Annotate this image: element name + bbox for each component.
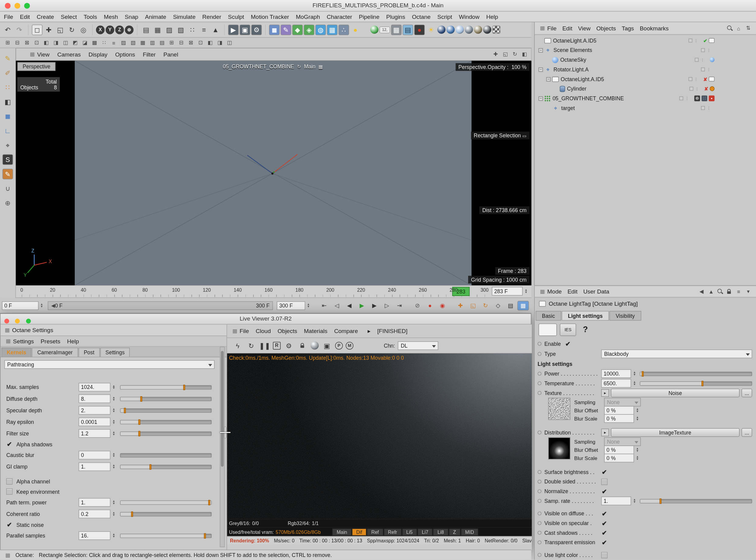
- alpha-shadows-checkbox[interactable]: [6, 441, 13, 447]
- visibility-dots-icon[interactable]: ⋮: [707, 106, 711, 110]
- octane-menu-settings[interactable]: Settings: [13, 338, 34, 344]
- skytag-tag-icon[interactable]: [710, 57, 715, 62]
- pass-tab-li5[interactable]: Li5: [402, 528, 417, 535]
- coherent-ratio-slider[interactable]: [120, 512, 212, 516]
- octane-daylight-icon[interactable]: ☀: [426, 24, 436, 35]
- menu-window[interactable]: Window: [459, 13, 479, 20]
- octane-material-diffuse-icon[interactable]: [437, 25, 445, 34]
- key-pla-icon[interactable]: ▤: [505, 301, 516, 310]
- axis-lock-x-icon[interactable]: ◧: [42, 39, 50, 46]
- gi-clamp-field[interactable]: 1.: [79, 462, 111, 471]
- attribute-tab-light-settings[interactable]: Light settings: [561, 311, 609, 321]
- menu-octane[interactable]: Octane: [412, 13, 431, 20]
- viewport-menu-filter[interactable]: Filter: [143, 51, 156, 57]
- model-mode-icon[interactable]: ▦: [152, 24, 163, 35]
- sculpt-tool-icon[interactable]: ✐: [2, 67, 13, 78]
- play-button[interactable]: ▶: [356, 301, 368, 310]
- menu-tools[interactable]: Tools: [83, 13, 97, 20]
- range-start-stepper[interactable]: ▲▼: [40, 303, 44, 308]
- material-ball-icon[interactable]: [311, 341, 319, 349]
- menu-edit[interactable]: Edit: [20, 13, 30, 20]
- grid-snap-icon[interactable]: ▩: [91, 39, 98, 46]
- pass-tab-li8[interactable]: Li8: [433, 528, 448, 535]
- prev-key-button[interactable]: ◁: [331, 301, 342, 310]
- octane-material-specular-icon[interactable]: [456, 25, 464, 34]
- search-icon[interactable]: [727, 25, 733, 32]
- value-stepper[interactable]: ▲▼: [112, 385, 116, 389]
- camtag-tag-icon[interactable]: ●: [709, 95, 714, 101]
- expander-icon[interactable]: −: [538, 48, 543, 52]
- live-viewer-titlebar[interactable]: Live Viewer 3.07-R2: [1, 314, 531, 324]
- frame-field[interactable]: 283 F ▲▼: [492, 287, 529, 296]
- pass-tab-main[interactable]: Main: [333, 528, 352, 535]
- region-render-icon[interactable]: R: [273, 342, 280, 349]
- next-frame-button[interactable]: ▶: [369, 301, 380, 310]
- workplane-mode-icon[interactable]: ▧: [176, 24, 186, 35]
- am-menu-mode[interactable]: Mode: [547, 288, 562, 295]
- timeline-window-icon[interactable]: ▦: [517, 301, 529, 310]
- view-cube-icon[interactable]: ◧: [2, 96, 13, 107]
- anim-dot-icon[interactable]: [538, 381, 541, 385]
- camera-pan-icon[interactable]: ✚: [492, 50, 499, 58]
- slider-handle[interactable]: [139, 419, 140, 424]
- pen-tool-icon[interactable]: ✎: [2, 53, 13, 64]
- menu-mesh[interactable]: Mesh: [104, 13, 118, 20]
- layer-icon[interactable]: ⊟: [13, 39, 21, 46]
- path-term-power-slider[interactable]: [120, 500, 212, 504]
- am-menu-user-data[interactable]: User Data: [583, 288, 609, 295]
- value-stepper[interactable]: ▲▼: [112, 453, 116, 458]
- edges-mode-icon[interactable]: ≡: [199, 24, 210, 35]
- menu-help[interactable]: Help: [486, 13, 498, 20]
- render-canvas[interactable]: Check:0ms./1ms. MeshGen:0ms. Update[L]:0…: [227, 353, 532, 519]
- tree-item-cylinder[interactable]: Cylinder⋮✘: [535, 84, 756, 94]
- area-light-button[interactable]: [538, 324, 557, 336]
- toggle-checkbox[interactable]: [601, 488, 608, 495]
- slider-handle[interactable]: [140, 396, 142, 401]
- workplane-icon[interactable]: ⊟: [177, 39, 185, 46]
- distribution-blur-offset-stepper[interactable]: ▲▼: [635, 447, 640, 452]
- viewport-render-area[interactable]: [75, 61, 472, 285]
- expander-icon[interactable]: −: [546, 77, 551, 81]
- frame-stepper[interactable]: ▲▼: [523, 289, 529, 294]
- pass-tab-refr[interactable]: Refr: [384, 528, 402, 535]
- texture-shader-button[interactable]: Noise: [611, 388, 740, 397]
- redo-icon[interactable]: ↷: [14, 24, 25, 35]
- tree-item-scene-elements[interactable]: −⌖Scene Elements⋮: [535, 45, 756, 55]
- lighttag-tag-icon[interactable]: [709, 38, 714, 43]
- static-noise-checkbox[interactable]: [6, 522, 13, 528]
- key-position-icon[interactable]: ✚: [455, 301, 466, 310]
- texture-sampling-dropdown[interactable]: None: [604, 397, 641, 406]
- axis-snap-icon[interactable]: ▦: [139, 39, 146, 46]
- paint-tool-icon[interactable]: ✎: [2, 168, 13, 179]
- om-menu-tags[interactable]: Tags: [622, 25, 634, 32]
- attribute-tab-basic[interactable]: Basic: [536, 311, 561, 321]
- octane-checker-icon[interactable]: [492, 25, 500, 34]
- type-dropdown[interactable]: Blackbody: [601, 349, 752, 358]
- x-axis-lock-icon[interactable]: X: [96, 25, 105, 34]
- texture-mode-icon[interactable]: ▨: [164, 24, 174, 35]
- max-samples-field[interactable]: 1024.: [79, 383, 111, 392]
- texture-more-button[interactable]: ...: [741, 388, 752, 397]
- menu-motion-tracker[interactable]: Motion Tracker: [251, 13, 289, 20]
- menu-simulate[interactable]: Simulate: [173, 13, 195, 20]
- tree-item-octanelight-a-id5[interactable]: OctaneLight.A.ID5⋮✔: [535, 36, 756, 45]
- toggle-checkbox[interactable]: [601, 479, 608, 485]
- ray-epsilon-slider[interactable]: [120, 420, 212, 424]
- range-end-field[interactable]: 300 F: [277, 301, 305, 310]
- parallel-samples-field[interactable]: 16.: [79, 532, 111, 540]
- undo-icon[interactable]: ↶: [2, 24, 13, 35]
- path-term-power-field[interactable]: 1.: [79, 498, 111, 507]
- distribution-shader-button[interactable]: ImageTexture: [611, 428, 740, 437]
- distribution-expand-icon[interactable]: ▸: [601, 429, 609, 436]
- slider-handle[interactable]: [124, 408, 126, 413]
- om-menu-edit[interactable]: Edit: [562, 25, 573, 32]
- cross-tag-icon[interactable]: ✘: [703, 76, 707, 81]
- pass-tab-mid[interactable]: MID: [461, 528, 479, 535]
- viewport-layout-icon[interactable]: ◧: [521, 50, 529, 58]
- anim-dot-icon[interactable]: [538, 372, 541, 376]
- spline-snap-icon[interactable]: ▧: [129, 39, 137, 46]
- lv-menu-file[interactable]: File: [240, 327, 249, 334]
- axis-lock-z-icon[interactable]: ◫: [62, 39, 69, 46]
- settings-gear-icon[interactable]: ⚙: [283, 340, 294, 351]
- add-light-icon[interactable]: ●: [350, 24, 361, 35]
